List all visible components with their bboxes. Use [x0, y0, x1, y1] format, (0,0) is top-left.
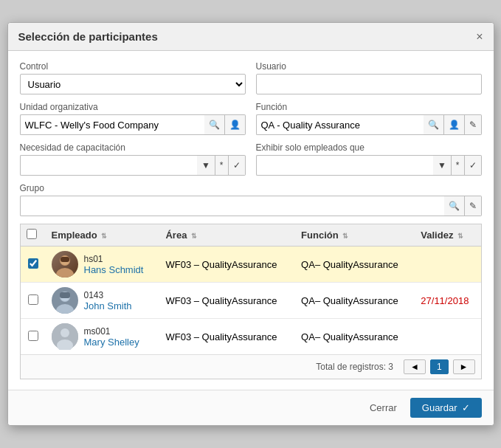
table-row: 0143 John Smith WF03 – QualityAssurance …: [21, 283, 481, 319]
modal-dialog: Selección de participantes × Control Usu…: [7, 22, 494, 426]
org-unit-input[interactable]: [20, 114, 204, 135]
col-empleado[interactable]: Empleado ⇅: [46, 224, 160, 247]
validez-cell: 27/11/2018: [415, 283, 480, 319]
table-row: ms001 Mary Shelley WF03 – QualityAssuran…: [21, 319, 481, 355]
necesidad-check-button[interactable]: ✓: [229, 155, 246, 176]
employee-name[interactable]: John Smith: [84, 300, 132, 311]
funcion-user-button[interactable]: 👤: [444, 114, 465, 135]
funcion-cell: QA– QualityAssurance: [295, 283, 415, 319]
pagination-prev-button[interactable]: ◄: [404, 359, 426, 374]
usuario-group: Usuario: [256, 61, 482, 94]
funcion-edit-button[interactable]: ✎: [465, 114, 482, 135]
area-cell: WF03 – QualityAssurance: [159, 319, 295, 355]
row-checkbox-cell[interactable]: [21, 247, 46, 283]
control-group: Control Usuario: [20, 61, 246, 94]
form-row-3: Necesidad de capacitación ▼ * ✓ Exhibir …: [20, 142, 482, 176]
funcion-input-group: 🔍 👤 ✎: [256, 114, 482, 135]
svg-point-5: [56, 304, 74, 314]
close-button[interactable]: ×: [476, 31, 483, 43]
necesidad-input-group: ▼ * ✓: [20, 155, 246, 176]
necesidad-group: Necesidad de capacitación ▼ * ✓: [20, 142, 246, 176]
save-button[interactable]: Guardar ✓: [410, 398, 482, 418]
col-funcion[interactable]: Función ⇅: [295, 224, 415, 247]
cancel-button[interactable]: Cerrar: [364, 399, 403, 416]
funcion-search-button[interactable]: 🔍: [424, 114, 444, 135]
modal-footer: Cerrar Guardar ✓: [8, 390, 494, 425]
col-check: [21, 224, 46, 247]
exhibir-label: Exhibir solo empleados que: [256, 142, 482, 153]
form-row-1: Control Usuario Usuario: [20, 61, 482, 94]
validity-date: 27/11/2018: [421, 295, 469, 306]
row-checkbox-cell[interactable]: [21, 319, 46, 355]
empleado-sort-icon: ⇅: [101, 232, 107, 240]
org-unit-input-group: 🔍 👤: [20, 114, 246, 135]
row-checkbox[interactable]: [28, 294, 38, 305]
employee-id: 0143: [84, 290, 132, 300]
usuario-label: Usuario: [256, 61, 482, 72]
grupo-edit-button[interactable]: ✎: [465, 196, 482, 216]
pagination-total: Total de registros: 3: [316, 362, 393, 372]
employee-id: ms001: [84, 326, 139, 337]
modal-header: Selección de participantes ×: [8, 23, 494, 51]
funcion-input[interactable]: [256, 114, 424, 135]
necesidad-label: Necesidad de capacitación: [20, 142, 246, 153]
pagination-page-1-button[interactable]: 1: [430, 359, 449, 374]
select-all-checkbox[interactable]: [27, 229, 37, 239]
funcion-group: Función 🔍 👤 ✎: [256, 102, 482, 135]
employee-name[interactable]: Hans Schmidt: [84, 264, 144, 275]
necesidad-dropdown-button[interactable]: ▼: [197, 155, 215, 176]
org-unit-search-button[interactable]: 🔍: [204, 114, 225, 135]
exhibir-asterisk-button[interactable]: *: [452, 155, 465, 176]
table-header-row: Empleado ⇅ Área ⇅ Función ⇅ Validez: [21, 224, 481, 247]
col-validez[interactable]: Validez ⇅: [415, 224, 480, 247]
validez-cell: [415, 319, 480, 355]
employees-table-section: Empleado ⇅ Área ⇅ Función ⇅ Validez: [20, 224, 482, 379]
area-cell: WF03 – QualityAssurance: [159, 283, 295, 319]
validez-sort-icon: ⇅: [457, 232, 463, 240]
org-unit-user-button[interactable]: 👤: [225, 114, 246, 135]
funcion-sort-icon: ⇅: [342, 232, 348, 240]
control-label: Control: [20, 61, 246, 72]
save-label: Guardar: [422, 402, 457, 413]
modal-body: Control Usuario Usuario Unidad organizat…: [8, 51, 494, 390]
funcion-label: Función: [256, 102, 482, 112]
employee-cell: 0143 John Smith: [46, 283, 160, 319]
col-area[interactable]: Área ⇅: [159, 224, 295, 247]
row-checkbox[interactable]: [28, 331, 38, 341]
svg-rect-3: [61, 257, 69, 262]
area-cell: WF03 – QualityAssurance: [159, 247, 295, 283]
exhibir-dropdown-button[interactable]: ▼: [433, 155, 452, 176]
employee-cell: hs01 Hans Schmidt: [46, 247, 160, 283]
exhibir-input-group: ▼ * ✓: [256, 155, 482, 176]
org-unit-label: Unidad organizativa: [20, 102, 246, 112]
row-checkbox[interactable]: [28, 258, 38, 269]
employee-name[interactable]: Mary Shelley: [84, 337, 139, 348]
row-checkbox-cell[interactable]: [21, 283, 46, 319]
exhibir-check-button[interactable]: ✓: [465, 155, 482, 176]
grupo-search-button[interactable]: 🔍: [444, 196, 465, 216]
pagination-next-button[interactable]: ►: [453, 359, 475, 374]
necesidad-input[interactable]: [20, 155, 197, 176]
employees-table: Empleado ⇅ Área ⇅ Función ⇅ Validez: [21, 224, 481, 354]
employee-cell: ms001 Mary Shelley: [46, 319, 160, 355]
svg-point-1: [56, 268, 74, 278]
exhibir-input[interactable]: [256, 155, 433, 176]
grupo-label: Grupo: [20, 183, 482, 193]
save-checkmark-icon: ✓: [462, 402, 470, 413]
form-row-4: Grupo 🔍 ✎: [20, 183, 482, 216]
grupo-group: Grupo 🔍 ✎: [20, 183, 482, 216]
grupo-input-group: 🔍 ✎: [20, 196, 482, 216]
employee-id: hs01: [84, 254, 144, 264]
table-row: hs01 Hans Schmidt WF03 – QualityAssuranc…: [21, 247, 481, 283]
org-unit-group: Unidad organizativa 🔍 👤: [20, 102, 246, 135]
control-select[interactable]: Usuario: [20, 74, 246, 94]
necesidad-asterisk-button[interactable]: *: [215, 155, 229, 176]
area-sort-icon: ⇅: [191, 232, 197, 240]
svg-point-9: [61, 328, 69, 337]
modal-title: Selección de participantes: [18, 30, 158, 43]
validez-cell: [415, 247, 480, 283]
usuario-input[interactable]: [256, 74, 482, 94]
funcion-cell: QA– QualityAssurance: [295, 247, 415, 283]
grupo-input[interactable]: [20, 196, 444, 216]
pagination-row: Total de registros: 3 ◄ 1 ►: [21, 354, 481, 379]
